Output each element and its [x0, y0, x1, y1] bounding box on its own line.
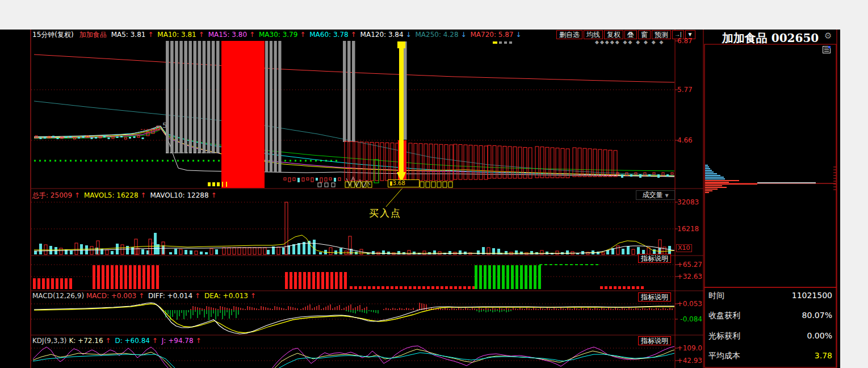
- indicator-help-button-2[interactable]: 指标说明: [638, 292, 671, 302]
- stat-value: 3.78: [815, 351, 832, 360]
- axis-label-16218: 16218: [677, 225, 703, 233]
- ma-item-value: 3.84: [388, 31, 406, 39]
- ma-item-3: MA30: 3.79 ↑: [259, 31, 305, 39]
- down-arrow-icon: ↓: [515, 31, 521, 39]
- axis-label-+65.27: +65.27: [673, 261, 702, 269]
- ma-item-2: MA15: 3.80 ↑: [208, 31, 255, 39]
- ma-item-7: MA720: 5.87 ↓: [470, 31, 521, 39]
- stat-row-1: 收盘获利80.07%: [708, 311, 832, 320]
- ma-item-label: MA10:: [157, 31, 181, 39]
- up-arrow-icon: ↑: [152, 337, 158, 345]
- kdj-stat-label: J:: [162, 337, 168, 345]
- ma-item-0: MA5: 3.81 ↑: [111, 31, 154, 39]
- up-arrow-icon: ↑: [300, 31, 305, 39]
- macd-stat-value: +0.013: [223, 292, 250, 300]
- up-arrow-icon: ↑: [199, 31, 204, 39]
- indicator-help-button-1[interactable]: 指标说明: [638, 254, 671, 263]
- kdj-stat-label: D:: [115, 337, 124, 345]
- volume-pane-header: 总手: 25009 ↑MAVOL5: 16228 ↑MAVOL10: 12288…: [32, 191, 221, 199]
- kdj-pane-header: KDJ(9,3,3) K: +72.16 ↑D: +60.84 ↑J: +94.…: [32, 337, 206, 345]
- macd-stat-label: DEA:: [204, 292, 223, 300]
- period-marker-diamonds: ◆◆◆◆◆ ◆◆ ◆ ◆ ◆ ◆: [595, 39, 664, 45]
- up-arrow-icon: ↑: [140, 191, 146, 199]
- toolbar-button-2[interactable]: 复权: [604, 30, 623, 39]
- axis-label-+32.63: +32.63: [673, 273, 702, 281]
- axis-label-+0.053: +0.053: [673, 300, 702, 308]
- volume-unit-label: X10: [676, 244, 692, 252]
- macd-stat-2: DEA: +0.013 ↑: [204, 292, 256, 300]
- kdj-stat-value: +72.16: [78, 337, 105, 345]
- price-tag: ▮3.68: [388, 179, 420, 187]
- ma-item-label: MA30:: [259, 31, 283, 39]
- stat-row-2: 光标获利0.00%: [708, 331, 832, 340]
- ma-item-4: MA60: 3.78 ↑: [309, 31, 356, 39]
- macd-stat-label: DIFF:: [148, 292, 167, 300]
- up-arrow-icon: ↑: [351, 31, 357, 39]
- indicator-selector-label: 成交量: [642, 191, 662, 199]
- ma-item-value: 3.81: [181, 31, 199, 39]
- ma-item-6: MA250: 4.28 ↓: [416, 31, 467, 39]
- macd-stat-0: MACD: +0.003 ↑: [86, 292, 144, 300]
- kdj-stat-2: J: +94.78 ↑: [162, 337, 202, 345]
- toolbar-button-1[interactable]: 均线: [584, 30, 603, 39]
- up-arrow-icon: ↑: [195, 292, 200, 300]
- indicator-help-button-3[interactable]: 指标说明: [638, 336, 671, 345]
- volume-stat-label: 总手:: [32, 191, 51, 199]
- volume-stat-2: MAVOL10: 12288 ↑: [150, 191, 216, 199]
- up-arrow-icon: ↑: [195, 337, 201, 345]
- gear-icon[interactable]: ⚙: [824, 31, 832, 41]
- stat-label: 平均成本: [708, 351, 740, 360]
- stat-label: 收盘获利: [708, 311, 740, 320]
- toolbar-button-3[interactable]: 叠: [624, 30, 637, 39]
- ma-item-value: 3.78: [333, 31, 351, 39]
- note-icon[interactable]: [823, 46, 831, 53]
- buy-point-annotation: 买入点: [369, 207, 401, 220]
- kdj-stat-1: D: +60.84 ↑: [115, 337, 157, 345]
- up-arrow-icon: ↑: [139, 292, 144, 300]
- stat-value: 0.00%: [807, 331, 832, 340]
- ma-item-label: MA60:: [309, 31, 333, 39]
- up-arrow-icon: ↑: [249, 31, 255, 39]
- axis-label--0.084: -0.084: [673, 315, 702, 323]
- ma-item-label: MA15:: [208, 31, 232, 39]
- macd-stat-1: DIFF: +0.014 ↑: [148, 292, 200, 300]
- volume-stat-value: 25009: [51, 191, 74, 199]
- kdj-stat-value: +60.84: [125, 337, 152, 345]
- volume-stat-label: MAVOL10:: [150, 191, 187, 199]
- ma-item-label: MA5:: [111, 31, 131, 39]
- axis-label-6.87: 6.87: [677, 37, 703, 45]
- stat-label: 光标获利: [708, 331, 740, 340]
- right-panel-title: 加加食品 002650: [705, 31, 836, 46]
- kdj-stat-label: K:: [69, 337, 78, 345]
- ma-item-1: MA10: 3.81 ↑: [157, 31, 204, 39]
- main-chart-info-bar: 15分钟(复权)加加食品MA5: 3.81 ↑MA10: 3.81 ↑MA15:…: [32, 30, 525, 39]
- up-arrow-icon: ↑: [74, 191, 80, 199]
- ma-item-value: 3.79: [283, 31, 300, 39]
- toolbar-button-5[interactable]: 预测: [652, 30, 671, 39]
- toolbar-button-0[interactable]: 删自选: [556, 30, 582, 39]
- macd-title: MACD(12,26,9): [32, 292, 84, 300]
- stat-value: 11021500: [792, 291, 832, 300]
- volume-stat-label: MAVOL5:: [84, 191, 116, 199]
- ma-item-value: 3.81: [131, 31, 148, 39]
- axis-label-+109.0: +109.0: [673, 344, 702, 352]
- chevron-down-icon: ▼: [665, 193, 668, 198]
- ma-item-value: 4.28: [443, 31, 461, 39]
- bar-count-marker: 5: [162, 121, 167, 129]
- stat-row-3: 平均成本3.78: [708, 351, 832, 360]
- up-arrow-icon: ↑: [250, 292, 256, 300]
- ma-item-label: MA720:: [470, 31, 498, 39]
- macd-stat-value: +0.003: [111, 292, 139, 300]
- volume-stat-1: MAVOL5: 16228 ↑: [84, 191, 146, 199]
- volume-stat-value: 16228: [116, 191, 140, 199]
- down-arrow-icon: ↓: [405, 31, 411, 39]
- macd-stat-label: MACD:: [86, 292, 111, 300]
- macd-stat-value: +0.014: [167, 292, 195, 300]
- ma-item-value: 5.87: [498, 31, 516, 39]
- toolbar-button-4[interactable]: 窗: [638, 30, 651, 39]
- up-arrow-icon: ↑: [105, 337, 111, 345]
- stat-row-0: 时间11021500: [708, 291, 832, 300]
- indicator-selector[interactable]: 成交量▼: [636, 190, 675, 200]
- ma-item-value: 3.80: [232, 31, 249, 39]
- stock-name-label: 加加食品: [79, 31, 107, 39]
